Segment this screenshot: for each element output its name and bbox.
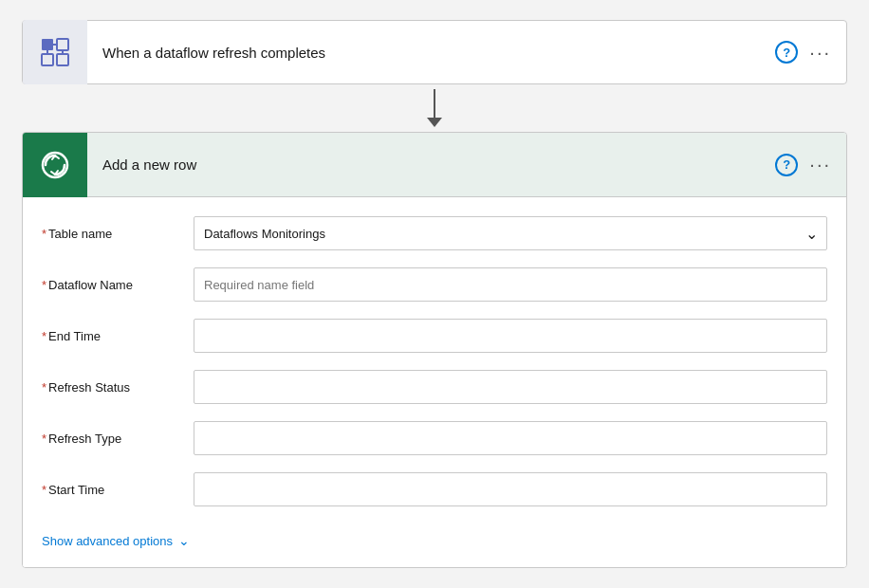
action-help-button[interactable]: ?	[775, 154, 798, 176]
trigger-card: When a dataflow refresh completes ? ···	[22, 20, 847, 84]
action-header-actions: ? ···	[775, 154, 846, 176]
select-table-name[interactable]: Dataflows Monitorings	[194, 216, 827, 250]
action-body: *Table name Dataflows Monitorings ⌄ *Dat…	[23, 197, 846, 567]
svg-rect-0	[42, 39, 53, 50]
trigger-icon-box	[23, 20, 87, 84]
trigger-icon	[38, 35, 72, 69]
required-star-table-name: *	[42, 227, 46, 241]
svg-rect-1	[57, 39, 68, 50]
chevron-down-icon-advanced: ⌄	[178, 533, 190, 548]
arrow-line	[434, 89, 435, 118]
required-star-dataflow-name: *	[42, 278, 46, 292]
form-row-start-time: *Start Time	[42, 469, 827, 510]
form-row-end-time: *End Time	[42, 315, 827, 357]
form-row-refresh-type: *Refresh Type	[42, 417, 827, 459]
input-end-time[interactable]	[194, 319, 827, 353]
show-advanced-options-button[interactable]: Show advanced options ⌄	[42, 520, 827, 560]
label-end-time: *End Time	[42, 329, 194, 343]
action-header: Add a new row ? ···	[23, 133, 846, 197]
label-table-name: *Table name	[42, 227, 194, 241]
form-row-refresh-status: *Refresh Status	[42, 366, 827, 408]
action-icon	[38, 148, 72, 182]
svg-rect-2	[42, 54, 53, 65]
action-icon-box	[23, 133, 87, 197]
required-star-end-time: *	[42, 329, 46, 343]
form-row-dataflow-name: *Dataflow Name	[42, 264, 827, 305]
label-dataflow-name: *Dataflow Name	[42, 278, 194, 292]
input-refresh-status[interactable]	[194, 370, 827, 404]
action-card: Add a new row ? ··· *Table name Dataflow…	[22, 132, 847, 568]
trigger-more-button[interactable]: ···	[809, 42, 831, 64]
flow-container: When a dataflow refresh completes ? ··· …	[22, 20, 847, 568]
form-row-table-name: *Table name Dataflows Monitorings ⌄	[42, 212, 827, 254]
trigger-help-button[interactable]: ?	[775, 41, 798, 64]
show-advanced-label: Show advanced options	[42, 534, 173, 548]
input-refresh-type[interactable]	[194, 421, 827, 455]
label-refresh-status: *Refresh Status	[42, 380, 194, 395]
action-title: Add a new row	[87, 156, 775, 173]
input-dataflow-name[interactable]	[194, 267, 827, 302]
arrow-connector	[427, 84, 442, 132]
select-wrapper-table-name[interactable]: Dataflows Monitorings ⌄	[194, 216, 827, 250]
input-start-time[interactable]	[194, 472, 827, 506]
svg-rect-3	[57, 54, 68, 65]
arrow-head	[427, 118, 442, 127]
required-star-refresh-status: *	[42, 380, 46, 395]
action-more-button[interactable]: ···	[809, 154, 831, 175]
label-start-time: *Start Time	[42, 483, 194, 497]
trigger-actions: ? ···	[775, 41, 846, 64]
required-star-start-time: *	[42, 483, 46, 497]
required-star-refresh-type: *	[42, 432, 46, 446]
label-refresh-type: *Refresh Type	[42, 432, 194, 446]
trigger-title: When a dataflow refresh completes	[87, 45, 775, 61]
